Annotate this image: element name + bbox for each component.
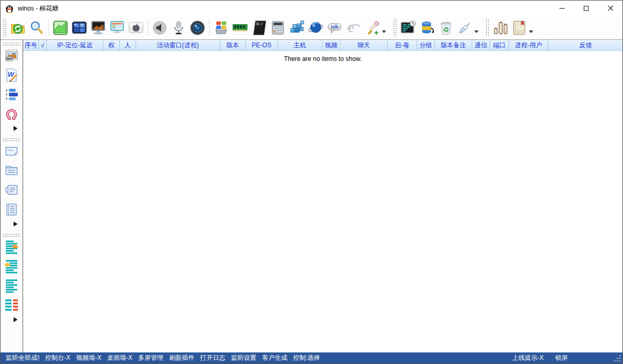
ie-icon: e [346,20,361,36]
folder-lines-button[interactable] [2,162,21,181]
column-header-3[interactable]: IP-定位-延迟 [47,40,103,50]
dropdown-arrow-icon[interactable] [529,30,533,33]
column-header-4[interactable]: 权 [103,40,120,50]
status-item[interactable]: 监听设置 [231,353,256,362]
column-header-2[interactable]: √ [39,40,47,50]
resize-grip-icon[interactable] [614,355,621,362]
status-item[interactable]: 视频墙-X [76,353,101,362]
clipboard-button[interactable] [2,181,21,201]
microphone-button[interactable] [169,18,188,38]
column-header-11[interactable]: 聊天 [340,40,388,50]
list-pad-button[interactable] [2,201,21,220]
column-header-5[interactable]: 人 [120,40,136,50]
status-item[interactable]: 客户生成 [262,353,287,362]
note-card-icon [4,144,19,161]
calculator-button[interactable] [268,18,287,38]
window-controls [550,1,622,16]
status-item[interactable]: 多屏管理 [138,353,163,362]
sidebar-expand-button[interactable] [13,220,19,230]
status-menu-left: 监听全部成功控制台-X视频墙-X桌面墙-X多屏管理刷新插件打开日志监听设置客户生… [6,353,326,362]
bars-in-button[interactable] [2,238,21,257]
column-header-14[interactable]: 版本备注 [435,40,472,50]
toolbar-grip[interactable] [3,19,6,37]
sync-folder-button[interactable] [8,18,27,38]
stats-button[interactable] [491,18,510,38]
syringe-button[interactable] [455,18,481,38]
toolbar-grip[interactable] [485,19,489,37]
camera-icon [190,20,205,36]
status-item[interactable]: 桌面墙-X [107,353,132,362]
sidebar-grip[interactable] [3,138,20,141]
clip-button[interactable] [2,105,21,124]
apple-button[interactable] [127,18,146,38]
status-item[interactable]: 控制:选择 [293,353,320,362]
maximize-button[interactable] [574,1,598,16]
flow-list-button[interactable] [2,86,21,105]
bmp-image-icon: BMP [4,48,19,65]
terminal-button[interactable]: C:/ [250,18,268,38]
column-header-7[interactable]: 版本 [220,40,246,50]
column-header-10[interactable]: 视频 [323,40,340,50]
dropdown-arrow-icon[interactable] [382,30,386,33]
chart-button[interactable] [51,18,70,38]
column-header-18[interactable]: 反馈 [548,40,622,50]
toolbar-grip[interactable] [393,19,397,37]
dropper-button[interactable] [363,18,388,38]
bars-diff-button[interactable] [2,296,21,316]
column-header-17[interactable]: 进程-用户 [509,40,548,50]
minimize-button[interactable] [550,1,574,16]
screen-wall-button[interactable] [70,18,89,38]
search-button[interactable] [27,18,46,38]
column-header-15[interactable]: 通信 [472,40,490,50]
column-header-1[interactable]: 序号 [23,40,39,50]
monitor-log-button[interactable] [399,18,418,38]
desktop-monitor-button[interactable] [89,18,108,38]
status-item[interactable]: 控制台-X [45,353,70,362]
column-header-8[interactable]: PE-OS [246,40,278,50]
registry-cubes-button[interactable] [287,18,306,38]
svg-text:C:/: C:/ [256,23,263,26]
calculator-icon [270,20,286,36]
speaker-button[interactable] [150,18,169,38]
bars-out-button[interactable] [2,257,21,277]
memory-button[interactable] [231,18,250,38]
status-item[interactable]: 锁屏 [555,353,568,362]
sidebar-grip[interactable] [3,233,20,237]
bmp-image-button[interactable]: BMP [2,47,21,66]
sidebar-band [1,231,23,327]
toolbar-band [484,17,535,38]
talk-button[interactable]: talk [325,18,344,38]
column-header-6[interactable]: 活动窗口(进程) [136,40,220,50]
notebook-button[interactable] [510,18,535,38]
ie-button[interactable]: e [344,18,363,38]
svg-text:BMP: BMP [6,57,13,60]
sidebar-expand-button[interactable] [13,124,19,134]
trash-icon: ♻ [438,20,454,36]
list-body[interactable]: There are no items to show. [23,51,622,352]
toolbar-separator [48,19,49,36]
expand-arrow-icon [13,316,19,325]
note-card-button[interactable] [2,142,21,162]
close-button[interactable] [598,1,622,16]
column-header-9[interactable]: 主机 [278,40,323,50]
status-item[interactable]: 刷新插件 [169,353,194,362]
column-header-16[interactable]: 端口 [490,40,509,50]
dropdown-arrow-icon[interactable] [474,30,479,33]
status-item[interactable]: 上线提示-X [512,353,544,362]
bars-plain-button[interactable] [2,277,21,296]
windows-button[interactable] [212,18,231,38]
list-pad-icon [4,202,19,219]
camera-button[interactable] [188,18,207,38]
status-item[interactable]: 监听全部成功 [6,353,39,362]
bars-diff-icon [4,298,19,315]
battery-button[interactable] [418,18,437,38]
column-header-12[interactable]: 启-毒 [388,40,417,50]
sidebar-grip[interactable] [3,42,20,46]
globe-button[interactable] [306,18,325,38]
app-window-button[interactable] [108,18,127,38]
sidebar-expand-button[interactable] [13,316,19,325]
status-item[interactable]: 打开日志 [200,353,225,362]
word-doc-button[interactable]: W [2,66,21,86]
column-header-13[interactable]: 分组 [417,40,435,50]
trash-button[interactable]: ♻ [437,18,455,38]
